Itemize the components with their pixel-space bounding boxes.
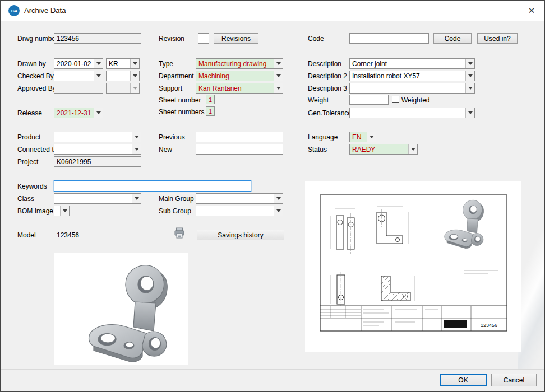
support-label: Support [159, 85, 182, 92]
archive-data-dialog: G4 Archive Data ✕ Drwg number 123456 Rev… [0, 0, 545, 392]
sub-group-combobox[interactable] [196, 206, 283, 216]
sheet-numbers-label: Sheet numbers [159, 108, 204, 116]
chevron-down-icon [274, 194, 283, 203]
weighted-checkbox[interactable] [392, 96, 399, 103]
department-combobox[interactable]: Machining [196, 71, 283, 81]
sheet-number-label: Sheet number [159, 96, 201, 104]
new-label: New [159, 146, 172, 153]
window-title: Archive Data [24, 6, 66, 15]
drawing-preview-image: 123456 [305, 181, 521, 352]
sheet-numbers-field[interactable]: 1 [206, 106, 215, 116]
description-label: Description [308, 60, 341, 68]
model-label: Model [17, 231, 36, 239]
drawn-by-date-combobox[interactable]: 2020-01-02 [54, 58, 103, 69]
drawn-by-initials-combobox[interactable]: KR [106, 58, 140, 69]
type-label: Type [159, 60, 173, 68]
drawing-number-text: 123456 [481, 323, 497, 328]
main-group-combobox[interactable] [196, 193, 283, 204]
code-label: Code [308, 35, 324, 43]
approved-by-initials-combobox [106, 83, 140, 94]
chevron-down-icon [367, 132, 376, 142]
product-combobox[interactable] [54, 132, 141, 142]
product-label: Product [17, 133, 40, 141]
checked-by-initials-combobox[interactable] [106, 71, 140, 81]
chevron-down-icon [132, 144, 141, 154]
chevron-down-icon [60, 206, 69, 216]
main-group-label: Main Group [159, 195, 194, 203]
chevron-down-icon [465, 59, 474, 68]
print-icon[interactable] [174, 227, 184, 239]
chevron-down-icon [274, 71, 283, 81]
chevron-down-icon [94, 108, 103, 118]
chevron-down-icon [94, 59, 103, 68]
revision-label: Revision [159, 35, 184, 43]
new-field[interactable] [196, 144, 283, 155]
checked-by-date-combobox[interactable] [54, 71, 103, 81]
weight-field[interactable] [349, 95, 389, 105]
keywords-input[interactable] [54, 180, 251, 192]
language-label: Language [308, 133, 338, 141]
gen-tolerances-combobox[interactable] [349, 108, 475, 118]
support-combobox[interactable]: Kari Rantanen [196, 83, 283, 94]
used-in-button[interactable]: Used in? [477, 33, 518, 44]
chevron-down-icon [130, 59, 139, 68]
code-button[interactable]: Code [433, 33, 472, 44]
status-combobox[interactable]: RAEDY [349, 144, 418, 155]
department-label: Department [159, 72, 194, 80]
connected-to-label: Connected to [17, 146, 57, 153]
release-label: Release [17, 109, 42, 117]
language-combobox[interactable]: EN [349, 132, 376, 142]
weighted-checkbox-label: Weighted [401, 96, 429, 104]
revisions-button[interactable]: Revisions [214, 33, 258, 44]
class-combobox[interactable] [54, 193, 141, 204]
previous-field[interactable] [196, 132, 283, 142]
part-3d-render [54, 253, 188, 365]
revision-field[interactable] [198, 33, 209, 44]
chevron-down-icon [94, 71, 103, 81]
chevron-down-icon [274, 83, 283, 93]
status-label: Status [308, 146, 327, 153]
close-icon[interactable]: ✕ [522, 3, 541, 18]
drwg-number-label: Drwg number [17, 35, 58, 43]
chevron-down-icon [465, 83, 474, 93]
code-field[interactable] [349, 33, 429, 44]
sheet-number-field[interactable]: 1 [206, 95, 215, 104]
title-bar: G4 Archive Data ✕ [1, 1, 544, 21]
chevron-down-icon [274, 206, 283, 216]
class-label: Class [17, 195, 34, 203]
description3-combobox[interactable] [349, 83, 475, 94]
savings-history-button[interactable]: Savings history [197, 230, 284, 240]
chevron-down-icon [465, 71, 474, 81]
chevron-down-icon [130, 83, 139, 93]
weight-label: Weight [308, 96, 329, 104]
footer-divider [1, 369, 544, 370]
cancel-button[interactable]: Cancel [491, 374, 537, 386]
type-combobox[interactable]: Manufacturing drawing [196, 58, 283, 69]
connected-to-combobox[interactable] [54, 144, 141, 155]
part-3d-preview [54, 253, 188, 365]
description3-label: Description 3 [308, 85, 347, 92]
chevron-down-icon [130, 71, 139, 81]
drawing-preview: 123456 [305, 181, 521, 352]
drwg-number-field[interactable]: 123456 [54, 33, 141, 44]
previous-label: Previous [159, 133, 185, 141]
approved-by-label: Approved By [17, 85, 56, 92]
app-logo-icon: G4 [8, 5, 20, 16]
checked-by-label: Checked By [17, 72, 54, 80]
bom-image-label: BOM Image [17, 207, 53, 215]
bom-image-combobox[interactable] [54, 206, 70, 216]
model-field[interactable]: 123456 [54, 230, 141, 240]
keywords-label: Keywords [17, 183, 47, 190]
chevron-down-icon [132, 132, 141, 142]
ok-button[interactable]: OK [440, 374, 487, 386]
description-combobox[interactable]: Corner joint [349, 58, 475, 69]
release-date-combobox[interactable]: 2021-12-31 [54, 108, 103, 118]
background-watermark [518, 202, 544, 370]
description2-label: Description 2 [308, 72, 347, 80]
project-field[interactable]: K06021995 [54, 156, 141, 167]
sub-group-label: Sub Group [159, 207, 191, 215]
chevron-down-icon [465, 108, 474, 118]
gen-tolerances-label: Gen.Tolerances [308, 109, 355, 117]
project-label: Project [17, 158, 38, 166]
description2-combobox[interactable]: Installation robot XY57 [349, 71, 475, 81]
